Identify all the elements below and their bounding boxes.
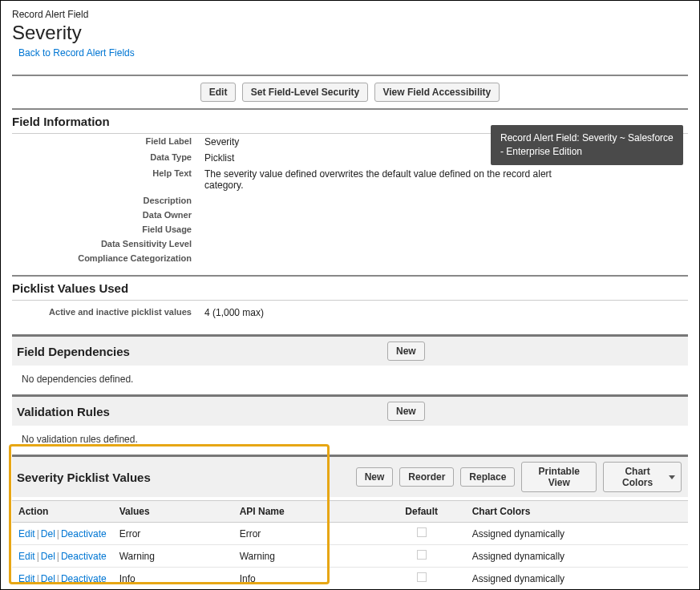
picklist-values-header: Severity Picklist Values: [17, 471, 354, 484]
picklist-reorder-button[interactable]: Reorder: [399, 467, 454, 487]
del-link[interactable]: Del: [41, 573, 55, 584]
field-deps-new-button[interactable]: New: [387, 341, 425, 361]
validation-header: Validation Rules: [17, 405, 370, 418]
data-sensitivity-label: Data Sensitivity Level: [12, 239, 204, 249]
picklist-used-header: Picklist Values Used: [12, 275, 688, 301]
edit-link[interactable]: Edit: [18, 551, 35, 562]
compliance-label: Compliance Categorization: [12, 253, 204, 263]
table-row: Edit|Del|DeactivateErrorErrorAssigned dy…: [12, 523, 688, 545]
data-type-label: Data Type: [12, 152, 204, 164]
browser-tooltip: Record Alert Field: Severity ~ Salesforc…: [491, 125, 683, 165]
breadcrumb: Record Alert Field: [12, 9, 688, 20]
picklist-default-cell: [378, 545, 466, 568]
edit-link[interactable]: Edit: [18, 573, 35, 584]
picklist-used-value: 4 (1,000 max): [204, 307, 557, 318]
picklist-default-cell: [378, 523, 466, 545]
data-sensitivity-value: [204, 239, 557, 249]
edit-link[interactable]: Edit: [18, 528, 35, 539]
picklist-api-name: Warning: [233, 545, 378, 568]
picklist-value: Error: [113, 523, 233, 545]
default-checkbox[interactable]: [417, 550, 427, 560]
deactivate-link[interactable]: Deactivate: [61, 551, 107, 562]
data-owner-value: [204, 210, 557, 220]
description-value: [204, 196, 557, 205]
picklist-api-name: Info: [233, 568, 378, 590]
picklist-value: Info: [113, 568, 233, 590]
picklist-replace-button[interactable]: Replace: [460, 467, 515, 487]
validation-new-button[interactable]: New: [387, 402, 425, 421]
help-text-label: Help Text: [12, 168, 204, 191]
set-field-security-button[interactable]: Set Field-Level Security: [242, 83, 368, 102]
field-deps-empty: No dependencies defined.: [12, 366, 688, 393]
description-label: Description: [12, 196, 204, 205]
help-text-value: The severity value defined overwrites th…: [204, 168, 557, 191]
picklist-chart-colors-button[interactable]: Chart Colors: [603, 462, 682, 492]
col-action: Action: [12, 501, 113, 523]
compliance-value: [204, 253, 557, 263]
view-accessibility-button[interactable]: View Field Accessibility: [374, 83, 500, 102]
picklist-new-button[interactable]: New: [356, 467, 394, 487]
table-row: Edit|Del|DeactivateInfoInfoAssigned dyna…: [12, 568, 688, 590]
deactivate-link[interactable]: Deactivate: [61, 573, 107, 584]
picklist-table: Action Values API Name Default Chart Col…: [12, 500, 688, 590]
field-label-label: Field Label: [12, 136, 204, 148]
picklist-chart-colors: Assigned dynamically: [466, 568, 688, 590]
picklist-printable-button[interactable]: Printable View: [521, 462, 597, 492]
top-button-bar: Edit Set Field-Level Security View Field…: [12, 76, 688, 108]
field-usage-label: Field Usage: [12, 224, 204, 234]
page-title: Severity: [12, 22, 688, 44]
col-chart-colors: Chart Colors: [466, 501, 688, 523]
validation-empty: No validation rules defined.: [12, 426, 688, 453]
picklist-value: Warning: [113, 545, 233, 568]
back-link[interactable]: Back to Record Alert Fields: [18, 47, 135, 59]
picklist-chart-colors: Assigned dynamically: [466, 523, 688, 545]
picklist-chart-colors: Assigned dynamically: [466, 545, 688, 568]
del-link[interactable]: Del: [41, 528, 55, 539]
field-deps-header: Field Dependencies: [17, 345, 370, 358]
default-checkbox[interactable]: [417, 527, 427, 537]
del-link[interactable]: Del: [41, 551, 55, 562]
field-usage-value: [204, 224, 557, 234]
picklist-api-name: Error: [233, 523, 378, 545]
col-api-name: API Name: [233, 501, 378, 523]
default-checkbox[interactable]: [417, 572, 427, 582]
table-row: Edit|Del|DeactivateWarningWarningAssigne…: [12, 545, 688, 568]
edit-button[interactable]: Edit: [200, 83, 237, 102]
picklist-used-label: Active and inactive picklist values: [12, 307, 204, 318]
col-default: Default: [378, 501, 466, 523]
data-owner-label: Data Owner: [12, 210, 204, 220]
picklist-default-cell: [378, 568, 466, 590]
deactivate-link[interactable]: Deactivate: [61, 528, 107, 539]
col-values: Values: [113, 501, 233, 523]
